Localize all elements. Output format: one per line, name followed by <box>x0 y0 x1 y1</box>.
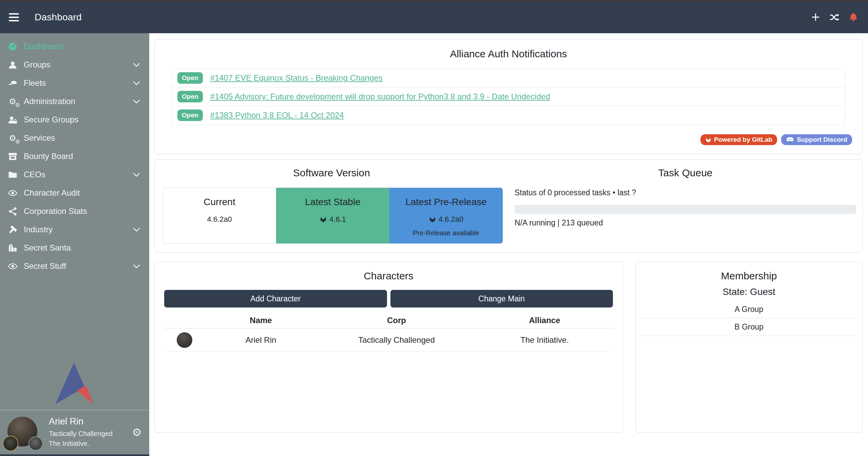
chevron-down-icon <box>133 61 140 69</box>
sidebar-item-corporation-stats[interactable]: Corporation Stats <box>0 202 149 220</box>
eye-icon <box>7 261 18 271</box>
notification-link[interactable]: #1407 EVE Equinox Status - Breaking Chan… <box>210 73 383 83</box>
status-badge: Open <box>177 91 203 102</box>
user-icon <box>7 60 18 70</box>
characters-table-header: Name Corp Alliance <box>164 312 613 329</box>
hamburger-menu-icon[interactable] <box>9 13 22 21</box>
change-main-button[interactable]: Change Main <box>390 290 613 308</box>
sidebar-item-secret-santa[interactable]: Secret Santa <box>0 239 149 257</box>
status-badge: Open <box>177 72 203 84</box>
discord-icon <box>786 137 794 143</box>
alliance-logo-badge <box>28 436 43 451</box>
sidebar-item-label: Corporation Stats <box>24 206 87 216</box>
corp-logo-badge <box>3 436 18 451</box>
task-queue-progressbar <box>515 205 856 214</box>
alliance-auth-logo <box>0 362 149 405</box>
gitlab-badge[interactable]: Powered by GitLab <box>700 134 777 145</box>
user-avatar <box>7 417 39 448</box>
sidebar-item-industry[interactable]: Industry <box>0 220 149 239</box>
add-character-button[interactable]: Add Character <box>164 290 387 308</box>
task-queue-title: Task Queue <box>508 160 862 179</box>
sidebar-footer-strip <box>0 454 149 456</box>
user-lock-icon <box>7 115 18 124</box>
gitlab-tanuki-icon <box>320 216 327 223</box>
notification-row: Open #1383 Python 3.8 EOL - 14 Oct 2024 <box>172 106 845 125</box>
chevron-down-icon <box>133 98 140 105</box>
sidebar-item-services[interactable]: ⚙⚙ Services <box>0 129 149 147</box>
discord-badge[interactable]: Support Discord <box>781 134 852 145</box>
top-navbar: Dashboard <box>0 1 868 33</box>
gitlab-tanuki-icon <box>429 216 436 223</box>
user-name: Ariel Rin <box>49 416 113 427</box>
task-queue-status: Status of 0 processed tasks • last ? <box>515 188 856 197</box>
version-current: Current 4.6.2a0 <box>163 188 276 243</box>
folder-icon <box>7 170 18 179</box>
shuffle-icon[interactable] <box>829 12 840 22</box>
plus-icon[interactable] <box>810 12 821 22</box>
chevron-down-icon <box>133 171 140 179</box>
sidebar-item-groups[interactable]: Groups <box>0 56 149 74</box>
sidebar-item-label: Secret Santa <box>24 243 71 253</box>
notifications-title: Alliance Auth Notifications <box>155 39 862 60</box>
membership-title: Membership <box>636 262 862 282</box>
status-badge: Open <box>177 110 203 121</box>
user-corp: Tactically Challenged <box>49 429 113 439</box>
sidebar-item-administration[interactable]: ⚙⚙ Administration <box>0 92 149 111</box>
version-card: Current 4.6.2a0 Latest Stable 4.6.1 Late… <box>162 187 503 244</box>
sidebar-item-secret-stuff[interactable]: Secret Stuff <box>0 257 149 275</box>
bell-icon[interactable] <box>848 12 859 22</box>
chevron-down-icon <box>133 226 140 234</box>
chevron-down-icon <box>133 79 140 87</box>
version-prerelease: Latest Pre-Release 4.6.2a0 Pre-Release a… <box>389 188 503 243</box>
sidebar-item-label: CEOs <box>24 170 45 179</box>
software-version-title: Software Version <box>155 160 508 179</box>
software-taskqueue-panel: Software Version Current 4.6.2a0 Latest … <box>154 159 863 253</box>
sidebar-item-fleets[interactable]: Fleets <box>0 74 149 92</box>
notification-link[interactable]: #1383 Python 3.8 EOL - 14 Oct 2024 <box>210 111 344 120</box>
main-content: Alliance Auth Notifications Open #1407 E… <box>149 33 868 456</box>
sidebar-item-label: Services <box>24 133 55 143</box>
sidebar-item-label: Groups <box>24 60 51 70</box>
chevron-down-icon <box>133 262 140 270</box>
sidebar-item-bounty-board[interactable]: Bounty Board <box>0 147 149 165</box>
sidebar: Dashboard Groups Fleets ⚙⚙ Administratio… <box>0 33 149 456</box>
eye-icon <box>7 188 18 198</box>
software-version-section: Software Version Current 4.6.2a0 Latest … <box>155 160 508 252</box>
notification-link[interactable]: #1405 Advisory: Future development will … <box>210 92 550 101</box>
sidebar-item-label: Dashboard <box>24 42 63 51</box>
notification-row: Open #1407 EVE Equinox Status - Breaking… <box>172 68 845 87</box>
gear-icon[interactable]: ⚙ <box>132 427 142 438</box>
sidebar-item-label: Industry <box>24 225 53 234</box>
notifications-panel: Alliance Auth Notifications Open #1407 E… <box>154 39 863 154</box>
characters-title: Characters <box>155 262 622 282</box>
gitlab-tanuki-icon <box>705 137 712 143</box>
notification-row: Open #1405 Advisory: Future development … <box>172 87 845 106</box>
version-stable: Latest Stable 4.6.1 <box>276 188 389 243</box>
sidebar-item-label: Secret Stuff <box>24 261 66 271</box>
task-queue-summary: N/A running | 213 queued <box>515 218 856 227</box>
membership-panel: Membership State: Guest A Group B Group <box>635 262 863 433</box>
sidebar-item-ceos[interactable]: CEOs <box>0 165 149 184</box>
sidebar-item-label: Fleets <box>24 78 46 88</box>
page-title: Dashboard <box>35 12 82 23</box>
user-panel: Ariel Rin Tactically Challenged The Init… <box>0 410 149 454</box>
membership-groups: A Group B Group <box>641 301 857 336</box>
sidebar-item-label: Administration <box>24 97 75 106</box>
store-icon <box>7 152 18 161</box>
gauge-icon <box>7 42 18 51</box>
shuttle-icon <box>7 78 18 88</box>
sidebar-item-character-audit[interactable]: Character Audit <box>0 184 149 202</box>
hammer-icon <box>7 225 18 234</box>
sidebar-item-label: Character Audit <box>24 188 80 198</box>
sidebar-item-label: Bounty Board <box>24 152 73 161</box>
gears-icon: ⚙⚙ <box>7 133 18 143</box>
sidebar-item-dashboard[interactable]: Dashboard <box>0 37 149 56</box>
sidebar-item-label: Secure Groups <box>24 115 78 124</box>
list-item: A Group <box>641 301 857 318</box>
characters-panel: Characters Add Character Change Main Nam… <box>154 262 623 433</box>
table-row: Ariel Rin Tactically Challenged The Init… <box>164 329 613 352</box>
gears-icon: ⚙⚙ <box>7 97 18 106</box>
share-icon <box>7 206 18 216</box>
sidebar-item-secure-groups[interactable]: Secure Groups <box>0 111 149 129</box>
list-item: B Group <box>641 318 857 336</box>
